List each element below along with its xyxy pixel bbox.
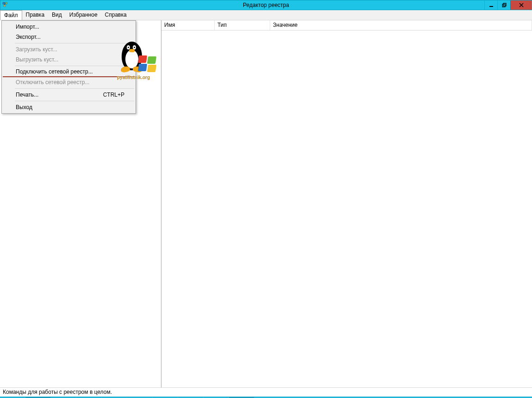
file-dropdown: Импорт... Экспорт... Загрузить куст... В… <box>1 20 136 114</box>
menu-separator <box>15 66 134 66</box>
column-type[interactable]: Тип <box>215 20 270 30</box>
svg-rect-6 <box>502 4 505 7</box>
status-bar: Команды для работы с реестром в целом. <box>0 387 532 397</box>
window-title: Редактор реестра <box>243 2 289 8</box>
menu-disconnect-network-registry: Отключить сетевой реестр... <box>3 77 135 87</box>
menu-favorites[interactable]: Избранное <box>66 10 101 20</box>
window-titlebar: Редактор реестра <box>0 0 532 10</box>
svg-rect-7 <box>503 3 506 6</box>
menu-exit-label: Выход <box>16 104 32 110</box>
svg-rect-0 <box>3 2 5 4</box>
menu-import-label: Импорт... <box>16 24 39 30</box>
menu-connect-network-registry[interactable]: Подключить сетевой реестр... <box>3 67 135 77</box>
minimize-button[interactable] <box>484 0 497 10</box>
regedit-icon <box>2 1 9 9</box>
client-area: Импорт... Экспорт... Загрузить куст... В… <box>0 20 532 387</box>
column-name[interactable]: Имя <box>161 20 215 30</box>
column-header-row: Имя Тип Значение <box>161 20 532 31</box>
menu-print-shortcut: CTRL+P <box>103 92 124 98</box>
menu-print[interactable]: Печать... CTRL+P <box>3 90 135 100</box>
menu-export[interactable]: Экспорт... <box>3 32 135 42</box>
restore-button[interactable] <box>497 0 510 10</box>
menu-load-hive: Загрузить куст... <box>3 44 135 55</box>
status-text: Команды для работы с реестром в целом. <box>3 389 112 395</box>
menu-separator <box>15 88 134 89</box>
menu-view[interactable]: Вид <box>48 10 66 20</box>
close-button[interactable] <box>510 0 532 10</box>
menu-edit[interactable]: Правка <box>22 10 49 20</box>
menu-print-label: Печать... <box>16 92 38 98</box>
menu-file[interactable]: Файл <box>0 10 22 20</box>
menu-disconnect-net-label: Отключить сетевой реестр... <box>16 79 89 86</box>
menu-load-hive-label: Загрузить куст... <box>16 46 57 53</box>
column-value[interactable]: Значение <box>270 20 532 30</box>
menu-exit[interactable]: Выход <box>3 102 135 112</box>
registry-values-pane: Имя Тип Значение <box>161 20 532 387</box>
menubar: Файл Правка Вид Избранное Справка <box>0 10 532 20</box>
menu-separator <box>15 101 134 101</box>
menu-unload-hive-label: Выгрузить куст... <box>16 56 58 63</box>
menu-import[interactable]: Импорт... <box>3 22 135 32</box>
menu-help[interactable]: Справка <box>101 10 130 20</box>
menu-export-label: Экспорт... <box>16 34 41 40</box>
menu-separator <box>15 43 134 43</box>
menu-unload-hive: Выгрузить куст... <box>3 55 135 65</box>
menu-connect-net-label: Подключить сетевой реестр... <box>16 68 93 75</box>
